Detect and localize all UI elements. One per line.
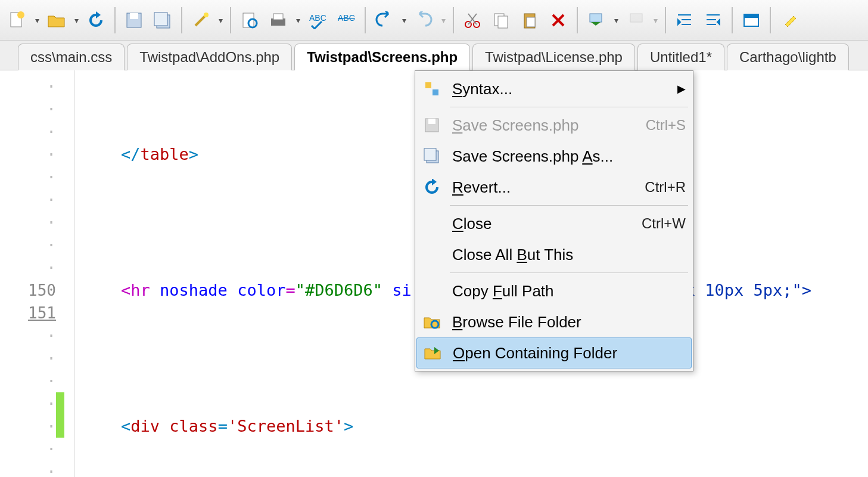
save-as-icon [419,143,445,169]
svg-point-6 [204,13,209,17]
revert-icon [419,174,445,200]
delete-icon[interactable] [545,7,572,34]
svg-rect-3 [130,13,138,19]
menu-copy-full-path[interactable]: Copy Full Path [416,275,692,306]
menu-revert[interactable]: Revert... Ctrl+R [416,172,692,203]
svg-rect-5 [154,13,167,26]
file-tabs: css\main.css Twistpad\AddOns.php Twistpa… [0,41,868,70]
redo-icon[interactable] [410,7,437,34]
refresh-icon[interactable] [82,7,110,34]
go-back-dropdown[interactable]: ▾ [611,16,621,25]
print-preview-icon[interactable] [236,7,263,34]
menu-save: Save Screens.php Ctrl+S [416,110,692,141]
tab-carthago[interactable]: Carthago\lightb [727,44,849,70]
tab-license-php[interactable]: Twistpad\License.php [472,44,635,70]
spellcheck-icon[interactable]: ABC [304,7,331,34]
undo-dropdown[interactable]: ▾ [399,16,409,25]
main-toolbar: ▾ ▾ ▾ ▾ ABC ABC ▾ ▾ ▾ ▾ [0,0,868,41]
open-file-dropdown[interactable]: ▾ [71,16,81,25]
line-number-150: 150 [0,279,56,302]
tab-context-menu: SSyntax...yntax... ▶ Save Screens.php Ct… [415,70,693,371]
browse-folder-icon [419,309,445,335]
menu-close-all-but-this[interactable]: Close All But This [416,239,692,270]
change-marker [56,392,64,438]
svg-rect-26 [428,119,435,124]
open-folder-icon [419,340,446,366]
svg-rect-23 [425,82,431,88]
paste-icon[interactable] [516,7,543,34]
window-icon[interactable] [738,7,765,34]
cut-icon[interactable] [459,7,486,34]
print-icon[interactable] [265,7,292,34]
tab-addons-php[interactable]: Twistpad\AddOns.php [127,44,292,70]
menu-save-as[interactable]: Save Screens.php As... [416,141,692,172]
menu-syntax[interactable]: SSyntax...yntax... ▶ [416,73,692,104]
new-file-dropdown[interactable]: ▾ [32,16,42,25]
save-icon [419,112,445,138]
svg-rect-22 [744,14,758,18]
print-dropdown[interactable]: ▾ [293,16,303,25]
open-file-icon[interactable] [43,7,70,34]
indent-icon[interactable] [671,7,698,34]
svg-rect-20 [630,14,642,22]
menu-close[interactable]: Close Ctrl+W [416,208,692,239]
outdent-icon[interactable] [699,7,727,34]
svg-rect-18 [527,17,535,27]
svg-point-1 [17,11,24,18]
spellcheck-off-icon[interactable]: ABC [332,7,360,34]
wand-dropdown[interactable]: ▾ [216,16,225,25]
svg-text:ABC: ABC [309,13,326,23]
line-number-151: 151 [0,302,56,324]
redo-dropdown[interactable]: ▾ [438,16,448,25]
submenu-arrow-icon: ▶ [677,82,686,95]
svg-rect-19 [590,14,602,22]
tab-untitled1[interactable]: Untitled1* [637,44,724,70]
go-fwd-icon[interactable] [622,7,649,34]
svg-text:ABC: ABC [338,13,355,23]
undo-icon[interactable] [371,7,398,34]
menu-browse-file-folder[interactable]: Browse File Folder [416,306,692,337]
copy-icon[interactable] [487,7,515,34]
wand-icon[interactable] [187,7,214,34]
highlight-icon[interactable] [776,7,803,34]
svg-rect-28 [424,148,436,160]
tab-screens-php[interactable]: Twistpad\Screens.php [294,44,470,70]
save-all-icon[interactable] [149,7,176,34]
go-back-icon[interactable] [583,7,610,34]
svg-rect-10 [273,14,283,20]
go-fwd-dropdown[interactable]: ▾ [651,16,660,25]
menu-open-containing-folder[interactable]: Open Containing Folder [416,337,692,368]
tab-main-css[interactable]: css\main.css [18,44,125,70]
fold-column [66,70,75,477]
svg-rect-16 [498,16,508,28]
syntax-icon [419,76,445,102]
new-file-icon[interactable] [4,7,31,34]
save-icon[interactable] [120,7,148,34]
svg-rect-24 [433,89,438,95]
